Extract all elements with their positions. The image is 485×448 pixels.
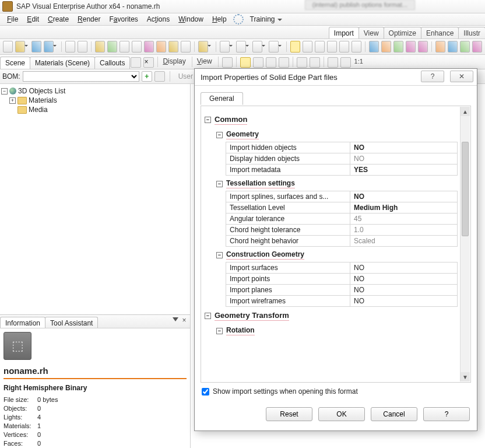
menu-help[interactable]: Help xyxy=(209,15,230,24)
property-value[interactable]: YES xyxy=(350,164,458,176)
scene-tree[interactable]: − 3D Objects List + Materials Media xyxy=(0,84,190,314)
tool-icon[interactable] xyxy=(156,41,166,52)
close-icon[interactable]: × xyxy=(181,317,188,324)
tool-icon[interactable] xyxy=(144,41,154,52)
delete-icon[interactable] xyxy=(78,41,87,52)
tool-icon[interactable] xyxy=(369,41,379,52)
tool-icon[interactable] xyxy=(381,41,391,52)
zoom-actual-icon[interactable] xyxy=(340,57,351,68)
tab-view[interactable]: View xyxy=(359,27,384,38)
menu-file[interactable]: File xyxy=(3,15,22,24)
orbit-icon[interactable] xyxy=(240,57,251,68)
bom-select[interactable] xyxy=(23,71,139,82)
show-settings-checkbox[interactable] xyxy=(202,388,209,396)
property-row[interactable]: Import hidden objectsNO xyxy=(226,142,458,153)
property-row[interactable]: Import planesNO xyxy=(226,285,458,296)
property-value[interactable]: Medium High xyxy=(350,202,458,214)
collapse-icon[interactable]: − xyxy=(1,88,8,94)
redo-icon[interactable] xyxy=(132,41,142,52)
menu-favorites[interactable]: Favorites xyxy=(106,15,141,24)
ok-button[interactable]: OK xyxy=(318,407,365,421)
collapse-icon[interactable]: − xyxy=(216,328,223,334)
tool-icon[interactable] xyxy=(339,41,349,52)
gear-icon[interactable] xyxy=(233,14,244,24)
panel-tab-materials-scene-[interactable]: Materials (Scene) xyxy=(30,57,95,69)
property-value[interactable]: NO xyxy=(350,191,458,202)
view-label[interactable]: View xyxy=(195,55,216,69)
scrollbar[interactable]: ▲ ▼ xyxy=(460,107,470,382)
property-row[interactable]: Import pointsNO xyxy=(226,274,458,285)
property-value[interactable]: NO xyxy=(350,285,458,296)
new-icon[interactable] xyxy=(3,41,13,52)
tool-icon[interactable] xyxy=(154,71,165,82)
tab-optimize[interactable]: Optimize xyxy=(384,27,421,38)
menu-window[interactable]: Window xyxy=(175,15,207,24)
collapse-icon[interactable]: − xyxy=(216,132,223,138)
property-value[interactable]: 1.0 xyxy=(350,225,458,236)
tool-icon[interactable] xyxy=(269,41,279,52)
cancel-button[interactable]: Cancel xyxy=(371,407,417,421)
open-icon[interactable] xyxy=(15,41,25,52)
group-geometry-transform[interactable]: −Geometry Transform xyxy=(205,309,460,323)
cube-icon[interactable] xyxy=(435,41,445,52)
property-row[interactable]: Angular tolerance45 xyxy=(226,214,458,225)
panel-close-icon[interactable]: × xyxy=(143,57,154,68)
panel-tab-scene[interactable]: Scene xyxy=(0,57,30,69)
collapse-icon[interactable]: − xyxy=(205,313,211,319)
rotate-left-icon[interactable] xyxy=(220,41,230,52)
menu-training[interactable]: Training xyxy=(247,15,283,24)
reset-button[interactable]: Reset xyxy=(266,407,312,421)
tool-icon[interactable] xyxy=(315,41,325,52)
tab-enhance[interactable]: Enhance xyxy=(421,27,459,38)
property-row[interactable]: Import wireframesNO xyxy=(226,296,458,307)
tree-node-3d-objects[interactable]: − 3D Objects List xyxy=(1,86,189,96)
fit-icon[interactable] xyxy=(328,57,338,68)
property-row[interactable]: Chord height tolerance1.0 xyxy=(226,225,458,236)
tree-node-media[interactable]: Media xyxy=(9,105,189,114)
refresh-icon[interactable] xyxy=(107,41,117,52)
panel-tab-callouts[interactable]: Callouts xyxy=(94,57,130,69)
undo-icon[interactable] xyxy=(120,41,129,52)
property-value[interactable]: NO xyxy=(350,296,458,307)
save-as-icon[interactable] xyxy=(44,41,54,52)
menu-actions[interactable]: Actions xyxy=(143,15,173,24)
property-value[interactable]: NO xyxy=(350,262,458,274)
group-construction-geometry[interactable]: −Construction Geometry xyxy=(216,249,460,261)
cut-icon[interactable] xyxy=(65,41,75,52)
tab-import[interactable]: Import xyxy=(329,27,359,38)
menu-create[interactable]: Create xyxy=(44,15,72,24)
info-tab-information[interactable]: Information xyxy=(0,317,45,328)
panel-icon[interactable] xyxy=(131,57,141,68)
close-button[interactable]: ✕ xyxy=(450,71,473,82)
home-icon[interactable] xyxy=(198,41,208,52)
zoom-1to1-label[interactable]: 1:1 xyxy=(352,55,367,69)
collapse-icon[interactable]: − xyxy=(216,252,223,258)
group-tessellation-settings[interactable]: −Tessellation settings xyxy=(216,178,460,190)
expand-icon[interactable]: + xyxy=(9,97,16,104)
select-icon[interactable] xyxy=(290,41,300,52)
scroll-thumb[interactable] xyxy=(462,142,469,236)
cube-icon[interactable] xyxy=(448,41,458,52)
tool-icon[interactable] xyxy=(327,41,337,52)
save-icon[interactable] xyxy=(31,41,41,52)
pan-icon[interactable] xyxy=(310,57,320,68)
property-row[interactable]: Import surfacesNO xyxy=(226,262,458,274)
property-value[interactable]: NO xyxy=(350,153,458,164)
property-row[interactable]: Import splines, surfaces and s...NO xyxy=(226,191,458,202)
cube-icon[interactable] xyxy=(460,41,470,52)
plane-icon[interactable] xyxy=(279,57,289,68)
tool-icon[interactable] xyxy=(406,41,416,52)
property-row[interactable]: Tessellation LevelMedium High xyxy=(226,202,458,214)
property-value[interactable]: NO xyxy=(350,142,458,153)
add-icon[interactable]: + xyxy=(142,71,152,82)
move-icon[interactable] xyxy=(303,41,312,52)
property-value[interactable]: NO xyxy=(350,274,458,285)
property-row[interactable]: Chord height behaviorScaled xyxy=(226,236,458,247)
group-common[interactable]: −Common xyxy=(205,113,460,127)
menu-edit[interactable]: Edit xyxy=(23,15,43,24)
tool-icon[interactable] xyxy=(266,57,276,68)
tool-icon[interactable] xyxy=(352,41,361,52)
group-rotation[interactable]: −Rotation xyxy=(216,325,460,337)
scroll-down-icon[interactable]: ▼ xyxy=(461,372,470,382)
collapse-icon[interactable]: − xyxy=(205,117,211,123)
